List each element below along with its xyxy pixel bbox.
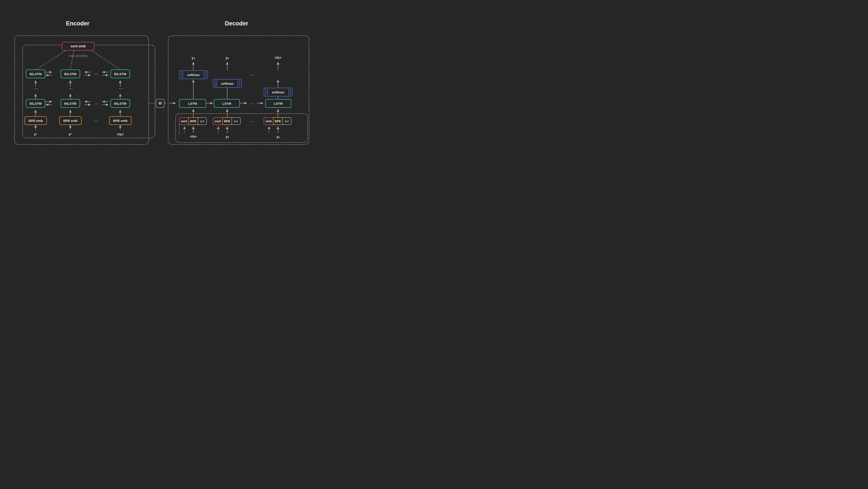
encoder-input-eos: </s> [117, 133, 124, 137]
seg-lid: Lid [232, 117, 241, 125]
ellipsis: ⋯ [94, 72, 98, 77]
bilstm-block-r1c1: BiLSTM [26, 69, 45, 78]
encoder-input-x1: x¹ [34, 133, 37, 137]
decoder-title: Decoder [225, 20, 248, 27]
bpe-emb-block-2: BPE emb [59, 116, 82, 125]
ellipsis: ⋯ [119, 86, 123, 91]
bpe-emb-block-3: BPE emb [109, 116, 131, 125]
bilstm-block-r2c2: BiLSTM [61, 99, 80, 108]
ellipsis: ⋯ [251, 73, 255, 77]
encoder-input-x2: x² [69, 133, 72, 137]
seg-sent: sent [264, 117, 273, 125]
seg-sent: sent [213, 117, 222, 125]
ellipsis: ⋯ [69, 86, 73, 91]
decoder-input-yn: yₙ [276, 135, 280, 139]
softmax-block-2: softmax [213, 79, 242, 88]
ellipsis: ⋯ [94, 118, 98, 123]
softmax-label: softmax [221, 82, 234, 85]
decoder-output-y2: y₂ [225, 56, 229, 60]
softmax-block-3: softmax [264, 88, 292, 96]
seg-lid: Lid [198, 117, 207, 125]
ellipsis: ⋯ [251, 101, 255, 106]
decoder-output-eos: </s> [275, 56, 281, 60]
sent-emb-block: sent emb [62, 42, 94, 51]
seg-bpe: BPE [222, 117, 232, 125]
seg-bpe: BPE [273, 117, 283, 125]
decoder-input-1: sent BPE Lid [179, 117, 207, 125]
bilstm-block-r1c2: BiLSTM [61, 69, 80, 78]
encoder-title: Encoder [66, 20, 89, 27]
decoder-input-eos: </s> [190, 135, 197, 139]
w-block: W [156, 99, 164, 108]
decoder-input-y1: y₁ [226, 135, 229, 139]
lstm-block-3: LSTM [265, 99, 291, 108]
decoder-input-2: sent BPE Lid [213, 117, 241, 125]
bilstm-block-r1c3: BiLSTM [111, 69, 130, 78]
seg-lid: Lid [283, 117, 291, 125]
softmax-label: softmax [187, 73, 200, 77]
seg-bpe: BPE [188, 117, 198, 125]
decoder-input-3: sent BPE Lid [264, 117, 291, 125]
ellipsis: ⋯ [34, 86, 38, 91]
lstm-block-1: LSTM [179, 99, 206, 108]
decoder-output-y1: y₁ [192, 56, 195, 60]
lstm-block-2: LSTM [214, 99, 240, 108]
bilstm-block-r2c3: BiLSTM [111, 99, 130, 108]
bpe-emb-block-1: BPE emb [25, 116, 47, 125]
seg-sent: sent [179, 117, 188, 125]
max-pooling-label: max pooling [69, 54, 87, 58]
bilstm-block-r2c1: BiLSTM [26, 99, 45, 108]
ellipsis: ⋯ [94, 101, 98, 106]
softmax-label: softmax [272, 90, 284, 94]
ellipsis: ⋯ [251, 119, 255, 124]
softmax-block-1: softmax [179, 70, 208, 79]
